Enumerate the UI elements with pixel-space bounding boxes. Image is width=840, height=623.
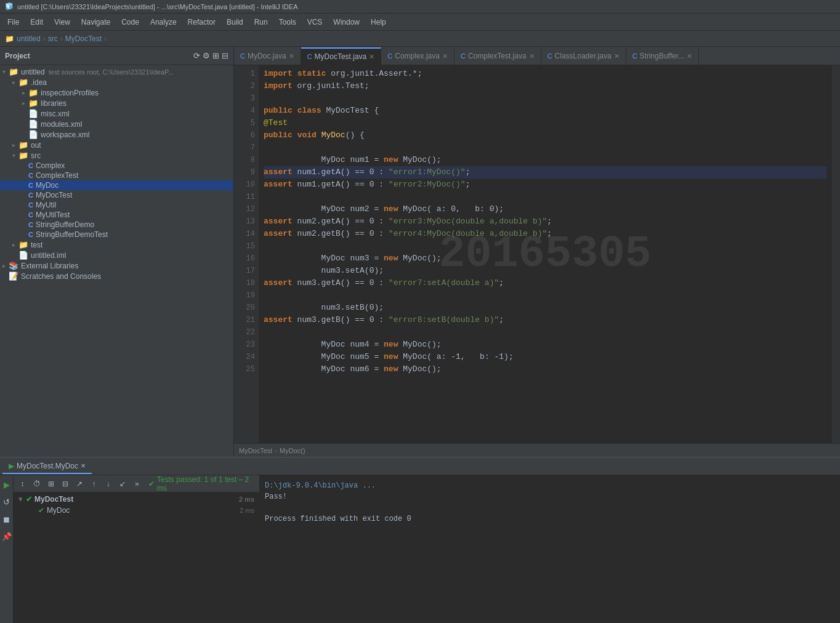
sidebar-item-modules-xml[interactable]: 📄modules.xml bbox=[0, 119, 233, 129]
sidebar-item-Complex[interactable]: CComplex bbox=[0, 161, 233, 171]
sidebar-item-scratches[interactable]: 📝Scratches and Consoles bbox=[0, 271, 233, 281]
menu-item-code[interactable]: Code bbox=[116, 16, 144, 28]
tree-arrow-test[interactable]: ▸ bbox=[10, 241, 17, 248]
next-fail-btn[interactable]: ↓ bbox=[102, 477, 115, 491]
breadcrumb-item-2[interactable]: src bbox=[48, 34, 58, 43]
import-btn[interactable]: ↙ bbox=[116, 477, 129, 491]
sidebar-item-MyDoc[interactable]: CMyDoc bbox=[0, 180, 233, 190]
tab-close-0[interactable]: ✕ bbox=[289, 52, 294, 60]
sort-duration-btn[interactable]: ⏱ bbox=[30, 477, 43, 491]
tree-icon-misc-xml: 📄 bbox=[28, 109, 38, 118]
tab-close-1[interactable]: ✕ bbox=[369, 53, 374, 61]
menu-item-analyze[interactable]: Analyze bbox=[145, 16, 182, 28]
tree-arrow-out[interactable]: ▸ bbox=[10, 142, 17, 148]
breadcrumb-item-3[interactable]: MyDocTest bbox=[65, 34, 102, 43]
menu-item-help[interactable]: Help bbox=[366, 16, 391, 28]
menu-item-view[interactable]: View bbox=[49, 16, 75, 28]
line-num-16: 16 bbox=[234, 252, 255, 265]
sidebar-item-MyUtilTest[interactable]: CMyUtilTest bbox=[0, 210, 233, 220]
sidebar-header: Project ⟳ ⚙ ⊞ ⊟ bbox=[0, 47, 233, 65]
sidebar-item-libraries[interactable]: ▸📁libraries bbox=[0, 98, 233, 108]
sidebar-item-untitled-iml[interactable]: 📄untitled.iml bbox=[0, 250, 233, 260]
menu-item-vcs[interactable]: VCS bbox=[302, 16, 328, 28]
sidebar-item-misc-xml[interactable]: 📄misc.xml bbox=[0, 108, 233, 119]
tab-Complex[interactable]: CComplex.java✕ bbox=[381, 47, 454, 65]
tab-StringBuffer[interactable]: CStringBuffer...✕ bbox=[626, 47, 699, 65]
test-arrow-MyDocTest[interactable]: ▾ bbox=[18, 495, 22, 504]
tab-ClassLoader[interactable]: CClassLoader.java✕ bbox=[541, 47, 626, 65]
tab-close-2[interactable]: ✕ bbox=[442, 52, 448, 60]
sidebar-item-StringBufferDemo[interactable]: CStringBufferDemo bbox=[0, 220, 233, 230]
menu-item-window[interactable]: Window bbox=[328, 16, 365, 28]
line-num-6: 6 bbox=[234, 129, 255, 142]
editor-area: Project ⟳ ⚙ ⊞ ⊟ ▾📁untitledtest sources r… bbox=[0, 47, 840, 457]
tree-icon-src: 📁 bbox=[18, 151, 28, 160]
tab-icon-0: C bbox=[240, 52, 245, 60]
tree-arrow-libraries[interactable]: ▸ bbox=[20, 100, 27, 107]
collapse-all-btn[interactable]: ⊟ bbox=[59, 477, 72, 491]
tab-label-4: ClassLoader.java bbox=[555, 52, 612, 60]
sidebar-item-idea[interactable]: ▸📁.idea bbox=[0, 77, 233, 87]
tree-label-MyUtil: MyUtil bbox=[36, 201, 56, 209]
test-item-MyDoc[interactable]: ✔ MyDoc2 ms bbox=[14, 505, 259, 516]
sidebar-item-untitled[interactable]: ▾📁untitledtest sources root, C:\Users\23… bbox=[0, 66, 233, 77]
code-editor[interactable]: 20165305 import static org.junit.Assert.… bbox=[259, 65, 831, 443]
prev-fail-btn[interactable]: ↑ bbox=[87, 477, 100, 491]
sync-icon[interactable]: ⟳ bbox=[193, 51, 200, 60]
menu-item-run[interactable]: Run bbox=[249, 16, 273, 28]
menu-item-build[interactable]: Build bbox=[222, 16, 248, 28]
sidebar-item-MyUtil[interactable]: CMyUtil bbox=[0, 200, 233, 210]
tab-icon-4: C bbox=[547, 52, 552, 60]
sort-alpha-btn[interactable]: ↕ bbox=[16, 477, 29, 491]
scroll-btn[interactable]: » bbox=[131, 477, 143, 491]
menu-item-refactor[interactable]: Refactor bbox=[183, 16, 220, 28]
tree-arrow-untitled[interactable]: ▾ bbox=[0, 68, 7, 75]
tree-arrow-src[interactable]: ▾ bbox=[10, 152, 17, 159]
menu-item-tools[interactable]: Tools bbox=[274, 16, 301, 28]
settings-icon[interactable]: ⚙ bbox=[203, 51, 210, 60]
line-num-2: 2 bbox=[234, 80, 255, 92]
sidebar-item-test[interactable]: ▸📁test bbox=[0, 239, 233, 250]
sidebar-item-ComplexTest[interactable]: CComplexTest bbox=[0, 171, 233, 180]
tree-icon-external-libraries: 📚 bbox=[9, 261, 18, 270]
tree-arrow-inspectionProfiles[interactable]: ▸ bbox=[20, 89, 27, 96]
sidebar-item-MyDocTest[interactable]: CMyDocTest bbox=[0, 190, 233, 200]
expand-all-btn[interactable]: ⊞ bbox=[44, 477, 57, 491]
code-area[interactable]: 1234567891011121314151617181920212223242… bbox=[234, 65, 840, 443]
tree-arrow-external-libraries[interactable]: ▸ bbox=[0, 262, 7, 269]
collapse-icon[interactable]: ⊟ bbox=[222, 51, 228, 60]
run-tab-active[interactable]: ▶ MyDocTest.MyDoc ✕ bbox=[2, 459, 92, 474]
export-btn[interactable]: ↗ bbox=[73, 477, 86, 491]
breadcrumb-item-1[interactable]: untitled bbox=[17, 34, 41, 43]
sidebar-item-inspectionProfiles[interactable]: ▸📁inspectionProfiles bbox=[0, 87, 233, 98]
run-tab-close[interactable]: ✕ bbox=[81, 462, 86, 469]
tab-MyDoc[interactable]: CMyDoc.java✕ bbox=[234, 47, 301, 65]
menu-item-navigate[interactable]: Navigate bbox=[76, 16, 115, 28]
tab-close-5[interactable]: ✕ bbox=[687, 52, 692, 60]
menu-item-edit[interactable]: Edit bbox=[25, 16, 48, 28]
line-num-3: 3 bbox=[234, 92, 255, 105]
run-stop-button[interactable]: ◼ bbox=[0, 512, 14, 526]
main-layout: Project ⟳ ⚙ ⊞ ⊟ ▾📁untitledtest sources r… bbox=[0, 47, 840, 623]
tree-icon-MyUtilTest: C bbox=[28, 211, 33, 219]
tree-icon-idea: 📁 bbox=[18, 78, 28, 87]
sidebar-item-external-libraries[interactable]: ▸📚External Libraries bbox=[0, 260, 233, 271]
run-body: ▶ ↺ ◼ 📌 ↕ ⏱ ⊞ ⊟ ↗ ↑ ↓ ↙ » ✔ bbox=[0, 475, 840, 623]
tab-MyDocTest[interactable]: CMyDocTest.java✕ bbox=[301, 47, 382, 65]
tree-icon-MyDoc: C bbox=[28, 182, 33, 189]
expand-icon[interactable]: ⊞ bbox=[212, 51, 219, 60]
tree-arrow-idea[interactable]: ▸ bbox=[10, 79, 17, 86]
run-pin-button[interactable]: 📌 bbox=[0, 529, 14, 543]
sidebar-item-StringBufferDemoTest[interactable]: CStringBufferDemoTest bbox=[0, 230, 233, 239]
tab-close-4[interactable]: ✕ bbox=[614, 52, 620, 60]
tab-close-3[interactable]: ✕ bbox=[529, 52, 535, 60]
sidebar-item-workspace-xml[interactable]: 📄workspace.xml bbox=[0, 129, 233, 140]
sidebar-item-out[interactable]: ▸📁out bbox=[0, 140, 233, 150]
output-line: Process finished with exit code 0 bbox=[265, 513, 835, 525]
menu-item-file[interactable]: File bbox=[2, 16, 24, 28]
run-play-button[interactable]: ▶ bbox=[0, 478, 14, 491]
test-item-MyDocTest[interactable]: ▾✔ MyDocTest2 ms bbox=[14, 494, 259, 505]
sidebar-item-src[interactable]: ▾📁src bbox=[0, 150, 233, 161]
run-rerun-button[interactable]: ↺ bbox=[0, 495, 14, 508]
tab-ComplexTest[interactable]: CComplexTest.java✕ bbox=[454, 47, 541, 65]
